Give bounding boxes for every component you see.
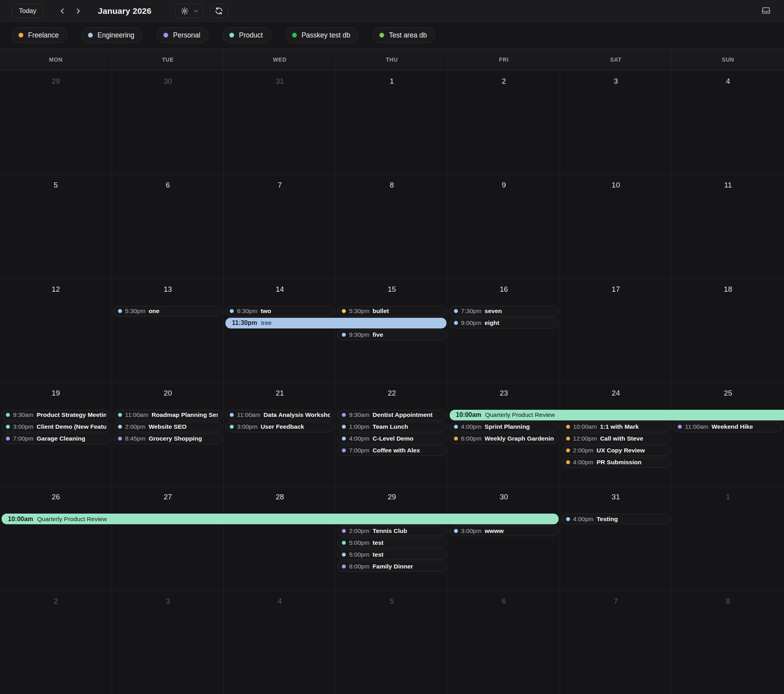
day-cell-5[interactable]: 5 <box>336 591 448 694</box>
day-cell-31[interactable]: 31 <box>560 486 672 590</box>
event-pill-weekend-hike[interactable]: 11:00amWeekend Hike <box>673 422 782 432</box>
day-cell-31[interactable]: 31 <box>224 71 336 174</box>
filter-chip-engineering[interactable]: Engineering <box>81 27 143 43</box>
today-button[interactable]: Today <box>12 4 43 18</box>
view-settings-button[interactable] <box>175 4 204 18</box>
event-pill-test[interactable]: 5:00pmtest <box>338 549 446 560</box>
day-cell-14[interactable]: 14 <box>224 279 336 382</box>
day-cell-21[interactable]: 21 <box>224 383 336 486</box>
event-pill-user-feedback[interactable]: 3:00pmUser Feedback <box>225 422 334 432</box>
event-color-dot <box>454 437 458 441</box>
event-pill-1-1-with-mark[interactable]: 10:00am1:1 with Mark <box>562 422 671 432</box>
inbox-button[interactable] <box>758 3 774 19</box>
event-pill-two[interactable]: 6:30pmtwo <box>225 306 334 317</box>
day-cell-29[interactable]: 29 <box>0 71 112 174</box>
event-title: Sprint Planning <box>485 423 530 430</box>
filter-chip-product[interactable]: Product <box>223 27 271 43</box>
event-pill-grocery-shopping[interactable]: 8:45pmGrocery Shopping <box>114 433 223 444</box>
filter-chip-personal[interactable]: Personal <box>157 27 208 43</box>
event-title: 1:1 with Mark <box>600 423 639 430</box>
event-title: Quarterly Product Review <box>485 411 555 418</box>
event-bar-tree[interactable]: 11:30pmtree <box>225 318 446 328</box>
event-pill-seven[interactable]: 7:30pmseven <box>450 306 559 317</box>
day-cell-11[interactable]: 11 <box>672 174 784 278</box>
day-cell-8[interactable]: 8 <box>672 591 784 694</box>
event-pill-eight[interactable]: 9:00pmeight <box>450 318 559 328</box>
filter-chip-freelance[interactable]: Freelance <box>12 27 67 43</box>
event-pill-testing[interactable]: 4:00pmTesting <box>562 514 671 524</box>
prev-month-button[interactable] <box>54 3 70 19</box>
event-pill-one[interactable]: 5:30pmone <box>114 306 223 317</box>
day-number: 5 <box>0 181 112 189</box>
day-cell-2[interactable]: 2 <box>0 591 112 694</box>
event-pill-dentist-appointment[interactable]: 9:30amDentist Appointment <box>338 410 446 420</box>
day-cell-5[interactable]: 5 <box>0 174 112 278</box>
day-cell-3[interactable]: 3 <box>112 591 224 694</box>
day-number: 23 <box>448 389 560 398</box>
event-pill-garage-cleaning[interactable]: 7:00pmGarage Cleaning <box>2 433 111 444</box>
day-number: 11 <box>672 181 784 189</box>
day-cell-6[interactable]: 6 <box>112 174 224 278</box>
event-title: Team Lunch <box>373 423 408 430</box>
day-cell-18[interactable]: 18 <box>672 279 784 382</box>
day-cell-12[interactable]: 12 <box>0 279 112 382</box>
day-cell-8[interactable]: 8 <box>336 174 448 278</box>
day-cell-10[interactable]: 10 <box>560 174 672 278</box>
next-month-button[interactable] <box>70 3 86 19</box>
event-pill-coffee-with-alex[interactable]: 7:00pmCoffee with Alex <box>338 445 446 456</box>
day-cell-30[interactable]: 30 <box>448 486 560 590</box>
event-time: 7:30pm <box>461 308 482 315</box>
weekday-label-tue: TUE <box>112 49 224 70</box>
day-cell-2[interactable]: 2 <box>448 71 560 174</box>
day-cell-6[interactable]: 6 <box>448 591 560 694</box>
day-cell-9[interactable]: 9 <box>448 174 560 278</box>
event-pill-website-seo[interactable]: 2:00pmWebsite SEO <box>114 422 223 432</box>
event-pill-five[interactable]: 9:30pmfive <box>338 330 446 340</box>
event-color-dot <box>118 309 122 313</box>
event-pill-ux-copy-review[interactable]: 2:00pmUX Copy Review <box>562 445 671 456</box>
day-number: 9 <box>448 181 560 189</box>
day-cell-7[interactable]: 7 <box>224 174 336 278</box>
event-pill-call-with-steve[interactable]: 12:00pmCall with Steve <box>562 433 671 444</box>
day-cell-13[interactable]: 13 <box>112 279 224 382</box>
chevron-down-icon <box>193 8 199 14</box>
filter-chip-passkey-test-db[interactable]: Passkey test db <box>285 27 359 43</box>
day-cell-30[interactable]: 30 <box>112 71 224 174</box>
event-title: Tennis Club <box>373 527 407 535</box>
event-pill-test[interactable]: 5:00pmtest <box>338 537 446 548</box>
day-cell-17[interactable]: 17 <box>560 279 672 382</box>
event-pill-family-dinner[interactable]: 8:00pmFamily Dinner <box>338 561 446 572</box>
event-bar-quarterly-product-review[interactable]: 10:00amQuarterly Product Review <box>450 410 784 420</box>
event-pill-sprint-planning[interactable]: 4:00pmSprint Planning <box>450 422 559 432</box>
event-pill-data-analysis-workshop[interactable]: 11:00amData Analysis Workshop <box>225 410 334 420</box>
event-pill-bullet[interactable]: 5:30pmbullet <box>338 306 446 317</box>
event-time: 4:00pm <box>573 516 594 523</box>
day-cell-7[interactable]: 7 <box>560 591 672 694</box>
day-cell-4[interactable]: 4 <box>672 71 784 174</box>
day-cell-27[interactable]: 27 <box>112 486 224 590</box>
day-cell-3[interactable]: 3 <box>560 71 672 174</box>
event-pill-c-level-demo[interactable]: 4:00pmC-Level Demo <box>338 433 446 444</box>
event-pill-tennis-club[interactable]: 2:00pmTennis Club <box>338 525 446 536</box>
day-cell-26[interactable]: 26 <box>0 486 112 590</box>
event-pill-team-lunch[interactable]: 1:00pmTeam Lunch <box>338 422 446 432</box>
event-title: Family Dinner <box>373 563 413 570</box>
event-pill-roadmap-planning-sess[interactable]: 11:00amRoadmap Planning Sess <box>114 410 223 420</box>
event-pill-weekly-graph-gardening[interactable]: 6:00pmWeekly Graph Gardening <box>450 433 559 444</box>
filter-chip-label: Engineering <box>98 31 134 39</box>
event-pill-client-demo-new-featu[interactable]: 3:00pmClient Demo (New Featu <box>2 422 111 432</box>
day-cell-4[interactable]: 4 <box>224 591 336 694</box>
event-pill-wwww[interactable]: 3:00pmwwww <box>450 525 559 536</box>
day-cell-1[interactable]: 1 <box>672 486 784 590</box>
event-color-dot <box>454 529 458 533</box>
event-pill-pr-submission[interactable]: 4:00pmPR Submission <box>562 457 671 468</box>
event-title: five <box>373 331 383 338</box>
day-cell-16[interactable]: 16 <box>448 279 560 382</box>
day-cell-25[interactable]: 25 <box>672 383 784 486</box>
day-cell-28[interactable]: 28 <box>224 486 336 590</box>
event-pill-product-strategy-meetin[interactable]: 9:30amProduct Strategy Meetin <box>2 410 111 420</box>
event-bar-quarterly-product-review[interactable]: 10:00amQuarterly Product Review <box>2 514 559 524</box>
sync-button[interactable] <box>210 4 228 18</box>
filter-chip-test-area-db[interactable]: Test area db <box>373 27 435 43</box>
day-cell-1[interactable]: 1 <box>336 71 448 174</box>
